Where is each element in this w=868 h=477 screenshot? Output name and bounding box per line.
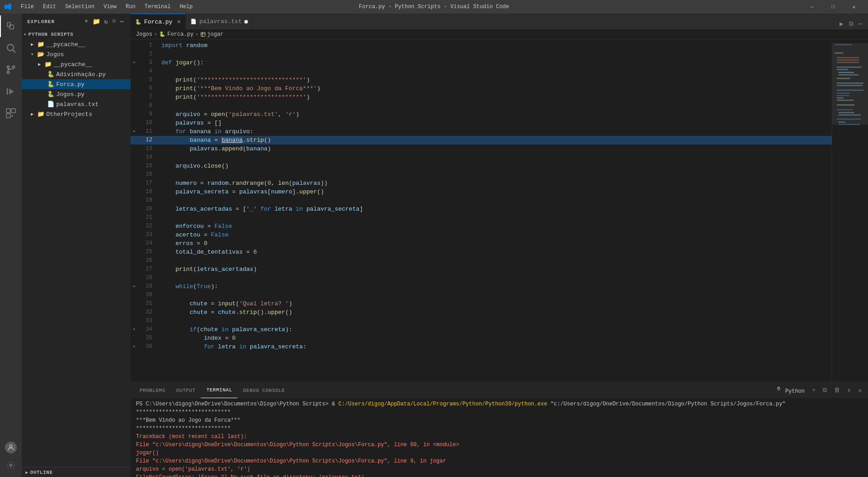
menu-selection[interactable]: Selection: [62, 3, 98, 11]
titlebar-left: File Edit Selection View Run Terminal He…: [4, 3, 196, 11]
menu-edit[interactable]: Edit: [39, 3, 60, 11]
titlebar-menu: File Edit Selection View Run Terminal He…: [17, 3, 196, 11]
terminal-line-2: *****************************: [136, 408, 863, 416]
svg-rect-23: [837, 82, 863, 84]
collapse-all-icon[interactable]: ≡: [111, 17, 117, 26]
tab-bar-actions: ▶ ⧉ ⋯: [834, 18, 868, 29]
search-activity-icon[interactable]: [0, 37, 22, 59]
python-env-label[interactable]: Python: [773, 385, 807, 396]
code-line-18: 18 palavra_secreta = palavras[numero].up…: [131, 188, 832, 196]
kill-terminal-button[interactable]: 🗑: [831, 385, 843, 395]
minimap-canvas: [832, 39, 868, 382]
breadcrumb-jogar[interactable]: jogar: [200, 31, 223, 38]
minimap[interactable]: [832, 39, 868, 382]
tree-item-pycache-root[interactable]: ▶ 📁 __pycache__: [22, 39, 131, 49]
tree-item-palavras[interactable]: 📄 palavras.txt: [22, 99, 131, 109]
code-line-21: 21: [131, 213, 832, 222]
user-avatar[interactable]: [5, 442, 17, 453]
maximize-panel-button[interactable]: ⬆: [844, 385, 853, 396]
settings-activity-icon[interactable]: [3, 457, 19, 473]
menu-file[interactable]: File: [17, 3, 38, 11]
close-button[interactable]: ✕: [844, 0, 864, 14]
svg-rect-18: [837, 67, 861, 68]
svg-line-3: [13, 50, 16, 53]
tab-palavras-txt[interactable]: 📄 palavras.txt: [186, 14, 253, 29]
code-line-14: 14: [131, 153, 832, 162]
code-line-9: 9 arquivo = open('palavras.txt', 'r'): [131, 110, 832, 119]
section-chevron: ▾: [24, 32, 27, 37]
svg-rect-30: [837, 104, 855, 106]
breadcrumb-forca[interactable]: Forca.py: [167, 31, 194, 38]
new-file-icon[interactable]: +: [83, 17, 89, 26]
terminal-line-7: jogar(): [136, 449, 863, 457]
svg-rect-25: [837, 90, 863, 91]
tab-dirty-dot: [244, 20, 248, 24]
debug-console-tab[interactable]: DEBUG CONSOLE: [238, 382, 290, 398]
tree-item-forca[interactable]: 🐍 Forca.py: [22, 79, 131, 89]
panel-actions: Python + ⧉ 🗑 ⬆ ✕: [773, 385, 864, 396]
code-line-24: 24 erros = 0: [131, 239, 832, 248]
menu-terminal[interactable]: Terminal: [141, 3, 175, 11]
activity-bar: [0, 14, 22, 477]
menu-run[interactable]: Run: [122, 3, 139, 11]
breadcrumb-sep2: ›: [195, 31, 199, 38]
split-editor-button[interactable]: ⧉: [847, 19, 855, 29]
refresh-icon[interactable]: ↻: [103, 17, 109, 26]
tab-label: palavras.txt: [199, 18, 242, 25]
sidebar-header: Explorer + 📁 ↻ ≡ ⋯: [22, 14, 131, 29]
tab-forca-py[interactable]: 🐍 Forca.py ✕: [131, 14, 186, 29]
extensions-activity-icon[interactable]: [0, 102, 22, 124]
run-python-button[interactable]: ▶: [838, 18, 845, 29]
new-terminal-button[interactable]: +: [810, 385, 819, 395]
tree-item-adivinhacao[interactable]: 🐍 Adivinhação.py: [22, 69, 131, 79]
terminal-line-5: Traceback (most recent call last):: [136, 433, 863, 441]
breadcrumb-sep1: ›: [154, 31, 157, 38]
terminal-tab[interactable]: TERMINAL: [201, 382, 238, 398]
more-editor-actions-button[interactable]: ⋯: [857, 18, 864, 29]
outline-section[interactable]: ▶ OUTLINE: [22, 467, 131, 477]
svg-rect-9: [11, 109, 15, 113]
svg-rect-19: [837, 69, 848, 70]
output-tab[interactable]: OUTPUT: [171, 382, 201, 398]
editor-content: 1 import random 2 ▾ 3 def jogar():: [131, 39, 868, 382]
code-line-12: 12 banana = banana.strip(): [131, 136, 832, 145]
tab-close-button[interactable]: ✕: [177, 19, 180, 25]
tree-item-pycache-jogos[interactable]: ▶ 📁 __pycache__: [22, 59, 131, 69]
code-line-36: ▾ 36 for letra in palavra_secreta:: [131, 342, 832, 351]
problems-tab[interactable]: PROBLEMS: [134, 382, 171, 398]
folder-icon: 📁: [44, 61, 52, 68]
editor-and-panel: 🐍 Forca.py ✕ 📄 palavras.txt ▶ ⧉ ⋯ Jogos …: [131, 14, 868, 477]
terminal-line-4: *****************************: [136, 424, 863, 433]
run-debug-activity-icon[interactable]: [0, 81, 22, 102]
source-control-activity-icon[interactable]: [0, 59, 22, 81]
svg-point-6: [7, 72, 10, 74]
close-panel-button[interactable]: ✕: [855, 385, 864, 396]
code-line-26: 26: [131, 256, 832, 265]
python-file-icon: 🐍: [47, 71, 54, 78]
sidebar: Explorer + 📁 ↻ ≡ ⋯ ▾ PYTHON SCRIPTS ▶ 📁 …: [22, 14, 131, 477]
svg-rect-24: [837, 85, 863, 86]
tree-item-otherprojects[interactable]: ▶ 📁 OtherProjects: [22, 109, 131, 119]
maximize-button[interactable]: □: [823, 0, 844, 14]
vscode-logo-icon: [4, 3, 12, 11]
explorer-activity-icon[interactable]: [0, 15, 22, 37]
code-line-15: 15 arquivo.close(): [131, 162, 832, 170]
python-scripts-section[interactable]: ▾ PYTHON SCRIPTS: [22, 29, 131, 39]
svg-rect-20: [839, 72, 854, 73]
code-editor[interactable]: 1 import random 2 ▾ 3 def jogar():: [131, 39, 832, 382]
split-terminal-button[interactable]: ⧉: [820, 385, 829, 395]
tree-item-jogospy[interactable]: 🐍 Jogos.py: [22, 89, 131, 99]
more-actions-icon[interactable]: ⋯: [119, 17, 125, 26]
new-folder-icon[interactable]: 📁: [92, 17, 102, 26]
code-line-23: 23 acertou = False: [131, 231, 832, 239]
panel: PROBLEMS OUTPUT TERMINAL DEBUG CONSOLE P…: [131, 382, 868, 477]
svg-rect-21: [839, 74, 858, 76]
code-line-11: ▾ 11 for banana in arquivo:: [131, 127, 832, 136]
menu-help[interactable]: Help: [176, 3, 196, 11]
breadcrumb-jogos[interactable]: Jogos: [136, 31, 152, 38]
menu-view[interactable]: View: [100, 3, 120, 11]
terminal-content[interactable]: PS C:\Users\digog\OneDrive\Documentos\Di…: [131, 398, 868, 477]
minimize-button[interactable]: —: [802, 0, 823, 14]
code-line-1: 1 import random: [131, 41, 832, 50]
tree-item-jogos[interactable]: ▾ 📂 Jogos: [22, 49, 131, 59]
